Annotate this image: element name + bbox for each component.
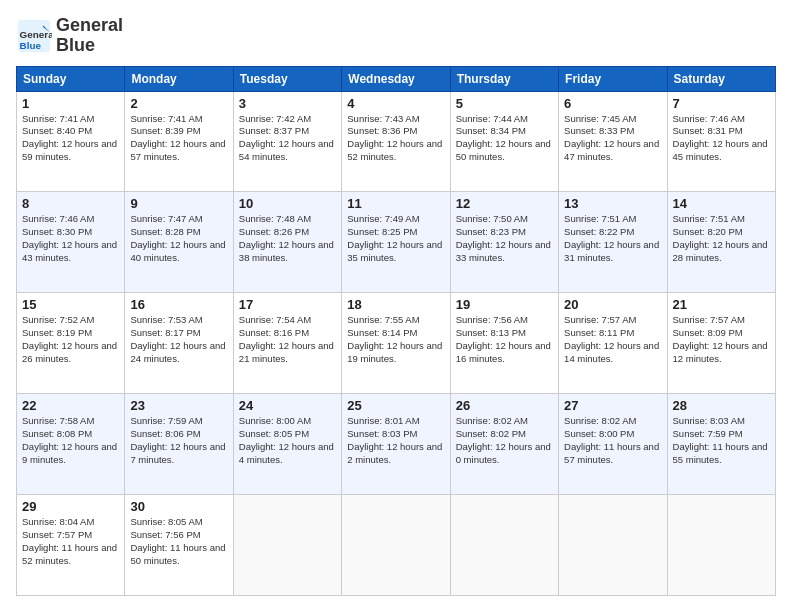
day-cell: 6 Sunrise: 7:45 AM Sunset: 8:33 PM Dayli… [559, 91, 667, 192]
day-cell: 8 Sunrise: 7:46 AM Sunset: 8:30 PM Dayli… [17, 192, 125, 293]
day-info: Sunrise: 7:46 AM Sunset: 8:31 PM Dayligh… [673, 113, 770, 164]
day-number: 5 [456, 96, 553, 111]
day-number: 1 [22, 96, 119, 111]
day-number: 6 [564, 96, 661, 111]
day-number: 13 [564, 196, 661, 211]
day-number: 23 [130, 398, 227, 413]
svg-text:General: General [20, 29, 52, 40]
day-cell: 11 Sunrise: 7:49 AM Sunset: 8:25 PM Dayl… [342, 192, 450, 293]
day-info: Sunrise: 7:45 AM Sunset: 8:33 PM Dayligh… [564, 113, 661, 164]
day-info: Sunrise: 8:00 AM Sunset: 8:05 PM Dayligh… [239, 415, 336, 466]
day-info: Sunrise: 8:02 AM Sunset: 8:00 PM Dayligh… [564, 415, 661, 466]
week-row-3: 15 Sunrise: 7:52 AM Sunset: 8:19 PM Dayl… [17, 293, 776, 394]
day-info: Sunrise: 8:01 AM Sunset: 8:03 PM Dayligh… [347, 415, 444, 466]
day-cell: 9 Sunrise: 7:47 AM Sunset: 8:28 PM Dayli… [125, 192, 233, 293]
day-number: 24 [239, 398, 336, 413]
day-cell: 4 Sunrise: 7:43 AM Sunset: 8:36 PM Dayli… [342, 91, 450, 192]
day-cell: 10 Sunrise: 7:48 AM Sunset: 8:26 PM Dayl… [233, 192, 341, 293]
day-info: Sunrise: 7:47 AM Sunset: 8:28 PM Dayligh… [130, 213, 227, 264]
day-cell: 27 Sunrise: 8:02 AM Sunset: 8:00 PM Dayl… [559, 394, 667, 495]
day-number: 22 [22, 398, 119, 413]
week-row-4: 22 Sunrise: 7:58 AM Sunset: 8:08 PM Dayl… [17, 394, 776, 495]
day-number: 11 [347, 196, 444, 211]
logo: General Blue General Blue [16, 16, 123, 56]
week-row-5: 29 Sunrise: 8:04 AM Sunset: 7:57 PM Dayl… [17, 495, 776, 596]
day-number: 16 [130, 297, 227, 312]
day-info: Sunrise: 7:53 AM Sunset: 8:17 PM Dayligh… [130, 314, 227, 365]
day-number: 3 [239, 96, 336, 111]
weekday-header-tuesday: Tuesday [233, 66, 341, 91]
day-number: 28 [673, 398, 770, 413]
day-cell: 13 Sunrise: 7:51 AM Sunset: 8:22 PM Dayl… [559, 192, 667, 293]
weekday-header-saturday: Saturday [667, 66, 775, 91]
day-info: Sunrise: 8:05 AM Sunset: 7:56 PM Dayligh… [130, 516, 227, 567]
day-cell: 17 Sunrise: 7:54 AM Sunset: 8:16 PM Dayl… [233, 293, 341, 394]
logo-icon: General Blue [16, 18, 52, 54]
svg-text:Blue: Blue [20, 39, 42, 50]
day-info: Sunrise: 7:56 AM Sunset: 8:13 PM Dayligh… [456, 314, 553, 365]
day-info: Sunrise: 7:59 AM Sunset: 8:06 PM Dayligh… [130, 415, 227, 466]
day-info: Sunrise: 7:41 AM Sunset: 8:39 PM Dayligh… [130, 113, 227, 164]
day-info: Sunrise: 7:50 AM Sunset: 8:23 PM Dayligh… [456, 213, 553, 264]
day-cell: 19 Sunrise: 7:56 AM Sunset: 8:13 PM Dayl… [450, 293, 558, 394]
day-cell: 1 Sunrise: 7:41 AM Sunset: 8:40 PM Dayli… [17, 91, 125, 192]
day-cell: 30 Sunrise: 8:05 AM Sunset: 7:56 PM Dayl… [125, 495, 233, 596]
day-cell [667, 495, 775, 596]
header: General Blue General Blue [16, 16, 776, 56]
day-cell: 18 Sunrise: 7:55 AM Sunset: 8:14 PM Dayl… [342, 293, 450, 394]
week-row-2: 8 Sunrise: 7:46 AM Sunset: 8:30 PM Dayli… [17, 192, 776, 293]
day-cell [342, 495, 450, 596]
day-cell: 20 Sunrise: 7:57 AM Sunset: 8:11 PM Dayl… [559, 293, 667, 394]
day-info: Sunrise: 7:51 AM Sunset: 8:22 PM Dayligh… [564, 213, 661, 264]
logo-general-text: General [56, 16, 123, 36]
week-row-1: 1 Sunrise: 7:41 AM Sunset: 8:40 PM Dayli… [17, 91, 776, 192]
day-number: 9 [130, 196, 227, 211]
day-number: 8 [22, 196, 119, 211]
day-number: 18 [347, 297, 444, 312]
day-cell: 21 Sunrise: 7:57 AM Sunset: 8:09 PM Dayl… [667, 293, 775, 394]
day-info: Sunrise: 7:57 AM Sunset: 8:09 PM Dayligh… [673, 314, 770, 365]
day-info: Sunrise: 8:04 AM Sunset: 7:57 PM Dayligh… [22, 516, 119, 567]
day-info: Sunrise: 7:49 AM Sunset: 8:25 PM Dayligh… [347, 213, 444, 264]
day-number: 4 [347, 96, 444, 111]
day-info: Sunrise: 8:03 AM Sunset: 7:59 PM Dayligh… [673, 415, 770, 466]
day-info: Sunrise: 7:42 AM Sunset: 8:37 PM Dayligh… [239, 113, 336, 164]
day-info: Sunrise: 7:57 AM Sunset: 8:11 PM Dayligh… [564, 314, 661, 365]
day-number: 15 [22, 297, 119, 312]
day-cell: 24 Sunrise: 8:00 AM Sunset: 8:05 PM Dayl… [233, 394, 341, 495]
day-number: 27 [564, 398, 661, 413]
day-cell: 16 Sunrise: 7:53 AM Sunset: 8:17 PM Dayl… [125, 293, 233, 394]
day-number: 19 [456, 297, 553, 312]
day-cell [450, 495, 558, 596]
day-info: Sunrise: 7:55 AM Sunset: 8:14 PM Dayligh… [347, 314, 444, 365]
day-cell: 23 Sunrise: 7:59 AM Sunset: 8:06 PM Dayl… [125, 394, 233, 495]
day-cell: 7 Sunrise: 7:46 AM Sunset: 8:31 PM Dayli… [667, 91, 775, 192]
weekday-header-thursday: Thursday [450, 66, 558, 91]
day-info: Sunrise: 7:52 AM Sunset: 8:19 PM Dayligh… [22, 314, 119, 365]
day-cell [559, 495, 667, 596]
day-info: Sunrise: 7:54 AM Sunset: 8:16 PM Dayligh… [239, 314, 336, 365]
day-info: Sunrise: 7:58 AM Sunset: 8:08 PM Dayligh… [22, 415, 119, 466]
day-info: Sunrise: 7:48 AM Sunset: 8:26 PM Dayligh… [239, 213, 336, 264]
day-number: 21 [673, 297, 770, 312]
day-cell: 5 Sunrise: 7:44 AM Sunset: 8:34 PM Dayli… [450, 91, 558, 192]
day-number: 7 [673, 96, 770, 111]
day-info: Sunrise: 7:43 AM Sunset: 8:36 PM Dayligh… [347, 113, 444, 164]
page: General Blue General Blue SundayMondayTu… [0, 0, 792, 612]
day-cell: 2 Sunrise: 7:41 AM Sunset: 8:39 PM Dayli… [125, 91, 233, 192]
day-info: Sunrise: 7:46 AM Sunset: 8:30 PM Dayligh… [22, 213, 119, 264]
day-cell: 29 Sunrise: 8:04 AM Sunset: 7:57 PM Dayl… [17, 495, 125, 596]
day-number: 20 [564, 297, 661, 312]
day-cell: 25 Sunrise: 8:01 AM Sunset: 8:03 PM Dayl… [342, 394, 450, 495]
day-info: Sunrise: 8:02 AM Sunset: 8:02 PM Dayligh… [456, 415, 553, 466]
day-number: 25 [347, 398, 444, 413]
weekday-header-monday: Monday [125, 66, 233, 91]
day-number: 30 [130, 499, 227, 514]
day-number: 17 [239, 297, 336, 312]
weekday-header-friday: Friday [559, 66, 667, 91]
day-info: Sunrise: 7:41 AM Sunset: 8:40 PM Dayligh… [22, 113, 119, 164]
day-number: 26 [456, 398, 553, 413]
day-cell: 26 Sunrise: 8:02 AM Sunset: 8:02 PM Dayl… [450, 394, 558, 495]
day-cell: 12 Sunrise: 7:50 AM Sunset: 8:23 PM Dayl… [450, 192, 558, 293]
calendar-table: SundayMondayTuesdayWednesdayThursdayFrid… [16, 66, 776, 596]
